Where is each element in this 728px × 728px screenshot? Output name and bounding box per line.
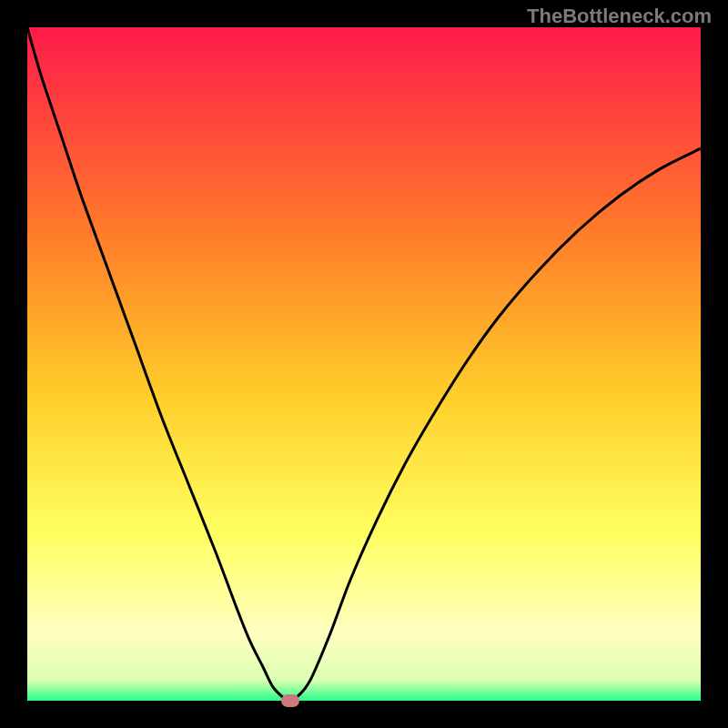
- watermark-text: TheBottleneck.com: [527, 5, 712, 28]
- optimal-point-marker: [281, 694, 299, 707]
- gradient-bg: [27, 27, 701, 701]
- plot-area: [27, 27, 701, 701]
- chart-svg: [27, 27, 701, 701]
